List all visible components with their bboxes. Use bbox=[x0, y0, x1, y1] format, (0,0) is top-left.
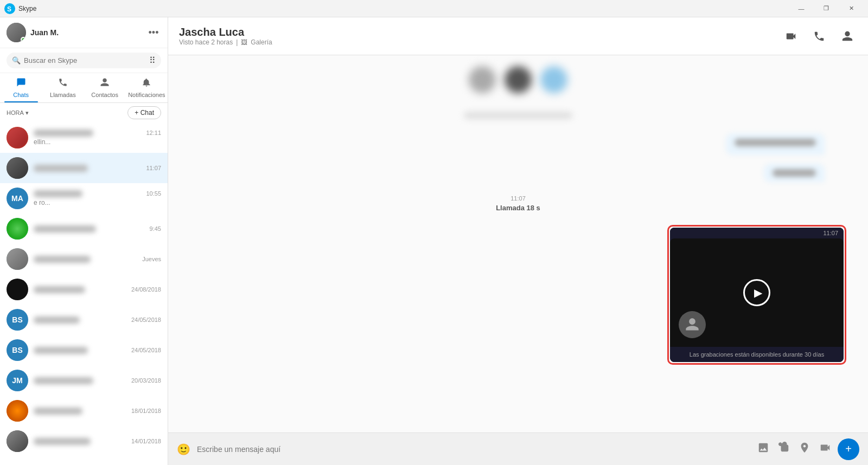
tab-contacts[interactable]: Contactos bbox=[84, 73, 126, 102]
header-actions bbox=[781, 27, 857, 46]
sort-label[interactable]: HORA ▾ bbox=[7, 109, 29, 117]
avatar bbox=[7, 127, 28, 148]
chat-info: 11:07 bbox=[34, 165, 161, 172]
list-item[interactable]: 12:11 ellin... bbox=[0, 122, 168, 153]
titlebar: S Skype — ❐ ✕ bbox=[0, 0, 868, 17]
send-button[interactable]: + bbox=[838, 438, 859, 460]
more-options-button[interactable]: ••• bbox=[146, 25, 161, 40]
recording-person-icon bbox=[679, 311, 706, 338]
contact-name: Jascha Luca bbox=[179, 26, 272, 38]
chat-name bbox=[34, 165, 88, 172]
chat-time: 11:07 bbox=[146, 165, 161, 171]
chat-name bbox=[34, 377, 93, 384]
recording-section: 11:07 ▶ Las grabaciones están disponible… bbox=[190, 225, 846, 365]
chat-info: 24/05/2018 bbox=[34, 317, 161, 324]
chat-list: 12:11 ellin... 11:07 bbox=[0, 122, 168, 465]
gallery-icon: 🖼 bbox=[241, 38, 247, 46]
message-input[interactable] bbox=[197, 445, 751, 454]
call-info: Llamada 18 s bbox=[496, 204, 540, 212]
tab-notifications[interactable]: Notificaciones bbox=[126, 73, 168, 102]
typing-avatar-1 bbox=[469, 66, 496, 93]
call-time: 11:07 bbox=[510, 195, 526, 202]
chats-icon bbox=[16, 78, 26, 90]
chat-name bbox=[34, 286, 85, 293]
maximize-button[interactable]: ❐ bbox=[814, 0, 839, 17]
recording-card: 11:07 ▶ Las grabaciones están disponible… bbox=[670, 228, 844, 362]
new-chat-button[interactable]: + Chat bbox=[127, 106, 161, 119]
chat-name bbox=[34, 225, 96, 232]
search-wrap: 🔍 ⠿ bbox=[7, 53, 161, 68]
calls-icon bbox=[58, 78, 68, 90]
list-item[interactable]: 11:07 bbox=[0, 153, 168, 183]
tab-calls[interactable]: Llamadas bbox=[42, 73, 84, 102]
svg-text:S: S bbox=[7, 5, 11, 13]
app-body: Juan M. ••• 🔍 ⠿ Chats bbox=[0, 17, 868, 465]
message-bubble-right-2 bbox=[190, 164, 846, 182]
list-item[interactable]: 18/01/2018 bbox=[0, 396, 168, 426]
chat-header: Jascha Luca Visto hace 2 horas | 🖼 Galer… bbox=[168, 17, 868, 55]
list-item[interactable]: JM 20/03/2018 bbox=[0, 365, 168, 396]
chat-info: 20/03/2018 bbox=[34, 377, 161, 384]
avatar bbox=[7, 157, 28, 179]
minimize-button[interactable]: — bbox=[789, 0, 814, 17]
search-bar: 🔍 ⠿ bbox=[0, 48, 168, 73]
list-item[interactable]: BS 24/05/2018 bbox=[0, 335, 168, 365]
play-icon: ▶ bbox=[754, 286, 762, 299]
chat-preview: ellin... bbox=[34, 138, 50, 146]
video-call-button[interactable] bbox=[781, 27, 801, 46]
app-title: Skype bbox=[18, 5, 36, 12]
call-record: 11:07 Llamada 18 s bbox=[190, 195, 846, 212]
chat-time: 12:11 bbox=[146, 130, 161, 136]
video-message-button[interactable] bbox=[819, 442, 831, 456]
last-seen: Visto hace 2 horas | 🖼 Galería bbox=[179, 38, 272, 46]
recording-outline: 11:07 ▶ Las grabaciones están disponible… bbox=[667, 225, 846, 365]
chat-time: Jueves bbox=[142, 256, 161, 262]
list-item[interactable]: 24/08/2018 bbox=[0, 274, 168, 305]
user-avatar[interactable] bbox=[7, 23, 26, 42]
contacts-tab-label: Contactos bbox=[91, 92, 118, 98]
input-actions bbox=[757, 442, 831, 456]
voice-call-button[interactable] bbox=[809, 27, 829, 46]
list-item[interactable]: BS 24/05/2018 bbox=[0, 305, 168, 335]
emoji-button[interactable]: 🙂 bbox=[177, 443, 190, 456]
search-input[interactable] bbox=[24, 56, 143, 64]
avatar: JM bbox=[7, 370, 28, 391]
chat-name bbox=[34, 130, 93, 137]
avatar: BS bbox=[7, 309, 28, 331]
avatar bbox=[7, 279, 28, 300]
file-upload-button[interactable] bbox=[778, 442, 790, 456]
chat-time: 18/01/2018 bbox=[131, 408, 161, 414]
chat-header-info: Jascha Luca Visto hace 2 horas | 🖼 Galer… bbox=[179, 26, 272, 46]
avatar bbox=[7, 248, 28, 270]
chat-preview: e ro... bbox=[34, 199, 50, 206]
list-item[interactable]: MA 10:55 e ro... bbox=[0, 183, 168, 214]
location-button[interactable] bbox=[799, 442, 810, 456]
chat-name bbox=[34, 317, 80, 324]
chat-info: 14/01/2018 bbox=[34, 438, 161, 445]
play-button[interactable]: ▶ bbox=[743, 279, 770, 306]
system-message bbox=[190, 112, 846, 120]
message-bubble-right bbox=[190, 133, 846, 155]
contacts-icon bbox=[100, 78, 110, 90]
grid-icon[interactable]: ⠿ bbox=[149, 55, 156, 66]
tab-chats[interactable]: Chats bbox=[0, 73, 42, 102]
chat-time: 14/01/2018 bbox=[131, 438, 161, 444]
list-item[interactable]: 9:45 bbox=[0, 214, 168, 244]
close-button[interactable]: ✕ bbox=[839, 0, 864, 17]
chat-info: 24/05/2018 bbox=[34, 347, 161, 354]
recording-video-area: ▶ bbox=[670, 238, 844, 347]
avatar bbox=[7, 218, 28, 240]
skype-icon: S bbox=[4, 3, 15, 14]
user-info: Juan M. bbox=[7, 23, 59, 42]
search-icon: 🔍 bbox=[12, 56, 21, 64]
list-item[interactable]: Jueves bbox=[0, 244, 168, 274]
blurred-system-text bbox=[464, 112, 572, 119]
profile-button[interactable] bbox=[838, 27, 857, 46]
chat-info: 24/08/2018 bbox=[34, 286, 161, 293]
chat-time: 24/05/2018 bbox=[131, 347, 161, 353]
image-upload-button[interactable] bbox=[757, 442, 769, 456]
typing-avatar-2 bbox=[505, 66, 532, 93]
list-item[interactable]: 14/01/2018 bbox=[0, 426, 168, 456]
main-chat: Jascha Luca Visto hace 2 horas | 🖼 Galer… bbox=[168, 17, 868, 465]
user-name: Juan M. bbox=[30, 28, 59, 37]
